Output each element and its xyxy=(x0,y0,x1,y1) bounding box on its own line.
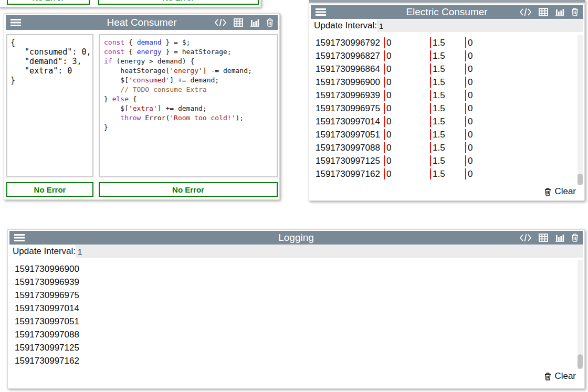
value-cell: 0 xyxy=(465,37,576,48)
status-badge: No Error xyxy=(6,182,93,197)
timestamp-cell: 1591730997088 xyxy=(311,142,384,153)
logging-header: Logging xyxy=(9,231,583,245)
timestamp-cell: 1591730996827 xyxy=(311,50,384,61)
panel-title: Logging xyxy=(9,231,583,245)
update-interval-input[interactable] xyxy=(76,245,583,258)
code-icon[interactable] xyxy=(519,8,532,16)
value-cell: 0 xyxy=(465,63,576,75)
electric-consumer-panel: Electric Consumer Update Interval: 15917… xyxy=(309,4,585,201)
clear-label: Clear xyxy=(554,371,576,382)
electric-consumer-header: Electric Consumer xyxy=(311,5,583,19)
timestamp-cell: 1591730996864 xyxy=(311,63,384,75)
code-icon[interactable] xyxy=(214,18,227,27)
timestamp-cell: 1591730996939 xyxy=(311,90,384,101)
heat-consumer-panel: Heat Consumer { "consumed": 0, "demand":… xyxy=(4,13,280,200)
log-entry: 1591730996975 xyxy=(9,290,576,301)
log-entry: 1591730997088 xyxy=(9,329,576,340)
table-row: 159173099701401.50 xyxy=(311,116,576,127)
value-cell: 0 xyxy=(384,142,430,153)
value-cell: 1.5 xyxy=(430,63,465,75)
value-cell: 0 xyxy=(465,142,576,153)
timestamp-cell: 1591730996975 xyxy=(311,103,384,114)
trash-icon[interactable] xyxy=(266,18,274,27)
value-cell: 0 xyxy=(384,37,430,48)
table-icon[interactable] xyxy=(234,18,243,27)
value-cell: 0 xyxy=(384,103,430,114)
value-cell: 0 xyxy=(384,129,430,140)
value-cell: 1.5 xyxy=(430,129,465,140)
cut-off-panel: No Error No Error xyxy=(0,0,261,7)
value-cell: 1.5 xyxy=(430,168,465,179)
status-badge: No Error xyxy=(99,182,278,197)
log-entry: 1591730996900 xyxy=(9,263,576,274)
update-interval-label: Update Interval: xyxy=(311,20,377,31)
timestamp-cell: 1591730997162 xyxy=(311,168,384,179)
logging-list: 1591730996900159173099693915917309969751… xyxy=(9,263,576,368)
trash-icon xyxy=(544,188,551,196)
chart-icon[interactable] xyxy=(555,8,564,16)
scrollbar-thumb[interactable] xyxy=(578,174,583,185)
value-cell: 0 xyxy=(384,116,430,127)
trash-icon[interactable] xyxy=(571,8,579,16)
trash-icon xyxy=(544,373,551,380)
status-text: No Error xyxy=(34,185,66,194)
table-row: 159173099690001.50 xyxy=(311,77,576,88)
value-cell: 1.5 xyxy=(430,37,465,48)
value-cell: 0 xyxy=(465,103,576,114)
scrollbar-thumb[interactable] xyxy=(578,354,583,369)
table-row: 159173099693901.50 xyxy=(311,90,576,101)
table-icon[interactable] xyxy=(539,8,548,16)
status-badge: No Error xyxy=(98,0,259,5)
value-cell: 0 xyxy=(465,77,576,88)
table-row: 159173099708801.50 xyxy=(311,142,576,153)
log-entry: 1591730996939 xyxy=(9,277,576,288)
electric-data-table: 159173099679201.50159173099682701.501591… xyxy=(311,37,576,182)
table-row: 159173099686401.50 xyxy=(311,63,576,75)
value-cell: 1.5 xyxy=(430,142,465,153)
table-icon[interactable] xyxy=(539,234,548,242)
value-cell: 0 xyxy=(384,50,430,61)
status-badge: No Error xyxy=(7,0,90,5)
value-cell: 0 xyxy=(384,77,430,88)
clear-button[interactable]: Clear xyxy=(544,370,576,382)
heat-consumer-header: Heat Consumer xyxy=(6,15,278,30)
code-icon[interactable] xyxy=(519,234,532,242)
timestamp-cell: 1591730997051 xyxy=(311,129,384,140)
log-entry: 1591730997162 xyxy=(9,355,576,366)
timestamp-cell: 1591730997125 xyxy=(311,155,384,166)
chart-icon[interactable] xyxy=(250,18,259,27)
heat-code-editor[interactable]: const { demand } = $;const { energy } = … xyxy=(99,34,278,177)
value-cell: 0 xyxy=(465,116,576,127)
table-row: 159173099716201.50 xyxy=(311,168,576,179)
value-cell: 0 xyxy=(384,90,430,101)
value-cell: 1.5 xyxy=(430,103,465,114)
table-row: 159173099697501.50 xyxy=(311,103,576,114)
log-entry: 1591730997051 xyxy=(9,316,576,327)
value-cell: 0 xyxy=(384,168,430,179)
value-cell: 1.5 xyxy=(430,155,465,166)
status-text: No Error xyxy=(33,0,65,2)
update-interval-label: Update Interval: xyxy=(9,246,76,257)
timestamp-cell: 1591730996900 xyxy=(311,77,384,88)
trash-icon[interactable] xyxy=(571,234,579,242)
state-json-editor[interactable]: { "consumed": 0, "demand": 3, "extra": 0… xyxy=(6,34,93,177)
value-cell: 0 xyxy=(465,168,576,179)
chart-icon[interactable] xyxy=(555,234,564,242)
value-cell: 1.5 xyxy=(430,50,465,61)
value-cell: 0 xyxy=(465,50,576,61)
scrollbar[interactable] xyxy=(578,260,583,369)
value-cell: 0 xyxy=(465,129,576,140)
value-cell: 0 xyxy=(465,90,576,101)
table-row: 159173099682701.50 xyxy=(311,50,576,61)
value-cell: 0 xyxy=(465,155,576,166)
update-interval-input[interactable] xyxy=(377,19,583,32)
cut-off-panel-edge xyxy=(309,0,585,4)
table-row: 159173099679201.50 xyxy=(311,37,576,48)
scrollbar[interactable] xyxy=(578,35,583,185)
clear-button[interactable]: Clear xyxy=(544,186,576,197)
status-text: No Error xyxy=(163,0,195,2)
table-row: 159173099712501.50 xyxy=(311,155,576,166)
timestamp-cell: 1591730996792 xyxy=(311,37,384,48)
logging-panel: Logging Update Interval: 159173099690015… xyxy=(7,229,585,389)
status-text: No Error xyxy=(172,185,204,194)
